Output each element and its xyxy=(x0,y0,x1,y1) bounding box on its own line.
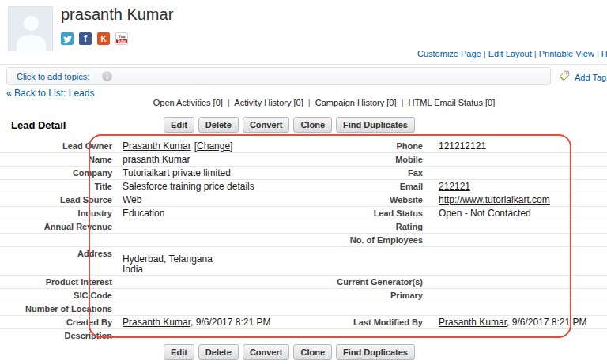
field-row-annual-revenue: Annual Revenue Rating xyxy=(0,220,607,234)
field-value: Web xyxy=(117,193,316,206)
field-label: Title xyxy=(0,180,117,193)
field-value: 212121 xyxy=(429,180,607,193)
customize-page-link[interactable]: Customize Page xyxy=(417,49,481,58)
field-row-lead-owner: Lead Owner Prasanth Kumar[Change] Phone … xyxy=(0,140,607,153)
field-row-title: Title Salesforce training price details … xyxy=(0,180,607,193)
created-by-link[interactable]: Prasanth Kumar xyxy=(123,317,190,328)
field-label: Phone xyxy=(316,140,429,152)
last-modified-date: , 9/6/2017 8:21 PM xyxy=(507,317,586,328)
facebook-icon[interactable]: f xyxy=(79,32,92,45)
edit-button-bottom[interactable]: Edit xyxy=(164,344,194,360)
activity-history-link[interactable]: Activity History [0] xyxy=(234,98,303,107)
field-label: Industry xyxy=(0,207,117,220)
field-label: Lead Owner xyxy=(0,140,117,152)
field-label: Last Modified By xyxy=(316,316,429,328)
find-duplicates-button-bottom[interactable]: Find Duplicates xyxy=(336,344,415,360)
convert-button-bottom[interactable]: Convert xyxy=(243,344,290,360)
field-row-description: Description xyxy=(0,329,607,343)
section-title: Lead Detail xyxy=(11,119,66,131)
field-value: Education xyxy=(117,207,316,220)
edit-button-top[interactable]: Edit xyxy=(164,117,194,133)
field-label: Name xyxy=(0,153,117,166)
field-value: Open - Not Contacted xyxy=(429,207,607,220)
field-row-industry: Industry Education Lead Status Open - No… xyxy=(0,207,607,220)
field-value xyxy=(429,167,607,179)
clone-button-top[interactable]: Clone xyxy=(293,117,332,133)
printable-view-link[interactable]: Printable View xyxy=(539,49,594,58)
field-label: SIC Code xyxy=(0,289,117,302)
convert-button-top[interactable]: Convert xyxy=(243,117,290,133)
field-value xyxy=(117,276,316,288)
clone-button-bottom[interactable]: Clone xyxy=(293,344,332,360)
edit-layout-link[interactable]: Edit Layout xyxy=(488,49,532,58)
lead-detail-table: Lead Owner Prasanth Kumar[Change] Phone … xyxy=(0,140,607,343)
field-value xyxy=(117,329,316,343)
field-value xyxy=(429,220,607,233)
field-value xyxy=(429,234,607,246)
field-label: Address xyxy=(0,247,117,261)
field-row-employees: No. of Employees xyxy=(0,234,607,247)
avatar xyxy=(8,6,53,51)
field-label: Number of Locations xyxy=(0,302,117,315)
field-value: Prasanth Kumar[Change] xyxy=(117,140,316,152)
field-label: Company xyxy=(0,167,117,179)
last-modified-by-link[interactable]: Prasanth Kumar xyxy=(439,317,507,328)
field-row-lead-source: Lead Source Web Website http://www.tutor… xyxy=(0,193,607,207)
field-row-created-by: Created By Prasanth Kumar, 9/6/2017 8:21… xyxy=(0,316,607,329)
page-action-links: Customize PageEdit LayoutPrintable ViewH… xyxy=(417,49,607,58)
field-value: Tutorialkart private limited xyxy=(117,167,316,179)
field-label: Lead Status xyxy=(316,207,429,220)
back-to-list-link[interactable]: « Back to List: Leads xyxy=(6,88,94,99)
field-label: Rating xyxy=(316,220,429,233)
field-value: prasanth Kumar xyxy=(117,153,316,166)
field-value xyxy=(117,220,316,233)
field-value xyxy=(429,153,607,166)
avatar-silhouette xyxy=(24,16,39,31)
field-label: Product Interest xyxy=(0,276,117,288)
field-value: Salesforce training price details xyxy=(117,180,316,193)
created-by-date: , 9/6/2017 8:21 PM xyxy=(190,317,270,328)
change-owner-link[interactable]: [Change] xyxy=(194,141,233,152)
lead-owner-link[interactable]: Prasanth Kumar xyxy=(123,141,191,152)
field-label: No. of Employees xyxy=(316,234,429,246)
field-value: Prasanth Kumar, 9/6/2017 8:21 PM xyxy=(117,316,316,328)
field-label: Website xyxy=(316,193,429,206)
add-tags: Add Tags xyxy=(558,69,607,84)
related-list-links: Open Activities [0]Activity History [0]C… xyxy=(153,98,495,107)
address-line-2: India xyxy=(123,265,316,275)
campaign-history-link[interactable]: Campaign History [0] xyxy=(315,98,397,107)
field-value: Hyderbad, Telangana India xyxy=(117,247,316,275)
html-email-status-link[interactable]: HTML Email Status [0] xyxy=(409,98,496,107)
help-for-page-link[interactable]: Help for this Page xyxy=(601,49,607,58)
detail-buttons-top: Edit Delete Convert Clone Find Duplicate… xyxy=(164,117,415,133)
website-link[interactable]: http://www.tutorialkart.com xyxy=(439,194,550,205)
field-row-number-of-locations: Number of Locations xyxy=(0,302,607,316)
delete-button-top[interactable]: Delete xyxy=(198,117,239,133)
info-icon: i xyxy=(102,71,112,81)
klout-icon[interactable]: K xyxy=(97,32,110,45)
field-label: Primary xyxy=(316,289,429,302)
field-label: Created By xyxy=(0,316,117,328)
field-value xyxy=(429,289,607,302)
field-value xyxy=(117,289,316,302)
field-label: Email xyxy=(316,180,429,193)
field-value: 121212121 xyxy=(429,140,607,152)
find-duplicates-button-top[interactable]: Find Duplicates xyxy=(336,117,415,133)
field-value: Prasanth Kumar, 9/6/2017 8:21 PM xyxy=(429,316,607,328)
field-label: Current Generator(s) xyxy=(316,276,429,288)
youtube-icon[interactable]: You Tube xyxy=(115,32,128,45)
field-label: Description xyxy=(0,329,117,343)
social-icons: f K You Tube xyxy=(61,32,128,45)
field-value xyxy=(429,276,607,288)
email-link[interactable]: 212121 xyxy=(439,181,470,192)
field-row-company: Company Tutorialkart private limited Fax xyxy=(0,167,607,180)
add-topics-link[interactable]: Click to add topics: xyxy=(17,72,89,81)
field-label: Mobile xyxy=(316,153,429,166)
field-row-sic-code: SIC Code Primary xyxy=(0,289,607,302)
open-activities-link[interactable]: Open Activities [0] xyxy=(153,98,223,107)
topics-bar[interactable]: Click to add topics: i xyxy=(6,67,551,85)
field-value xyxy=(117,302,316,315)
delete-button-bottom[interactable]: Delete xyxy=(198,344,239,360)
add-tags-link[interactable]: Add Tags xyxy=(575,73,607,82)
twitter-icon[interactable] xyxy=(61,32,74,45)
